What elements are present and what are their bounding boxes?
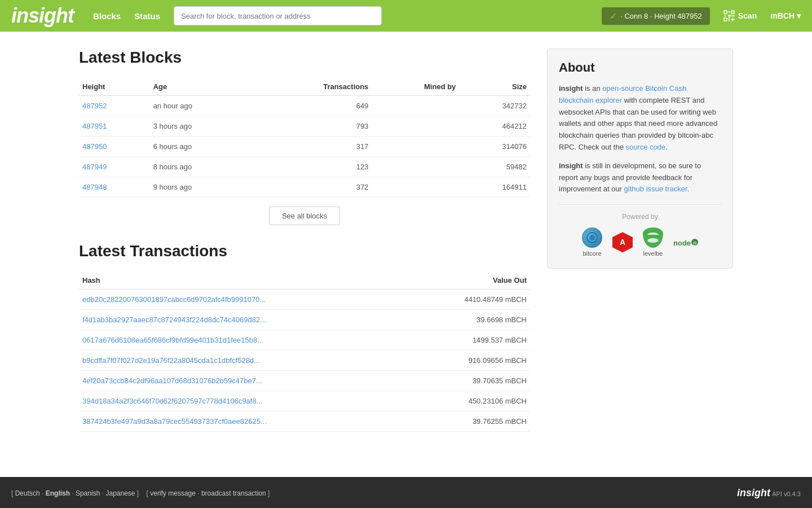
tx-hash-link[interactable]: edb20c282200763001897cabcc6d9702afc4fb99…: [82, 295, 266, 304]
footer-brand: insight: [737, 487, 770, 498]
about-link-source[interactable]: source code: [626, 143, 666, 151]
block-size-cell: 59482: [459, 157, 530, 177]
col-mined-by: Mined by: [372, 78, 459, 96]
content-left: Latest Blocks Height Age Transactions Mi…: [79, 49, 530, 437]
footer-deutsch[interactable]: Deutsch: [15, 489, 40, 497]
block-height-cell: 487951: [79, 116, 150, 137]
tx-hash-cell: f4d1ab3ba2927aaec87c8724943f224d8dc74c40…: [79, 310, 410, 330]
svg-text:js: js: [692, 240, 697, 246]
bitcore-icon: [582, 227, 602, 248]
svg-point-10: [589, 235, 595, 240]
nodejs-svg: node js: [673, 234, 698, 250]
about-title: About: [559, 60, 721, 75]
col-transactions: Transactions: [254, 78, 372, 96]
footer-left: [ Deutsch · English · Spanish · Japanese…: [11, 489, 270, 497]
block-tx-cell: 649: [254, 96, 372, 116]
tx-value-cell: 39.70635 mBCH: [410, 371, 530, 391]
powered-by-logos: bitcore A levelbe: [559, 227, 721, 257]
block-age-cell: 3 hours ago: [150, 116, 254, 137]
block-tx-cell: 317: [254, 137, 372, 157]
footer-broadcast[interactable]: broadcast transaction: [201, 489, 266, 497]
check-icon: ✓: [610, 11, 617, 21]
footer-japanese[interactable]: Japanese: [105, 489, 135, 497]
logo-nodejs: node js: [673, 234, 698, 250]
tx-value-cell: 450.23106 mBCH: [410, 391, 530, 411]
table-row: edb20c282200763001897cabcc6d9702afc4fb99…: [79, 290, 530, 310]
tx-hash-link[interactable]: 4ef20a73ccb84c2df96aa107d68d31076b2b59c4…: [82, 376, 262, 385]
footer-verify[interactable]: verify message: [150, 489, 196, 497]
tx-hash-cell: 394d18a34a2f3c646f70d62f6207597c778d4106…: [79, 391, 410, 411]
block-height-link[interactable]: 487950: [82, 142, 107, 151]
block-mined-cell: [372, 177, 459, 198]
leveldb-svg: [646, 232, 660, 243]
block-height-link[interactable]: 487952: [82, 102, 107, 110]
footer-spanish[interactable]: Spanish: [76, 489, 100, 497]
block-height-link[interactable]: 487948: [82, 183, 107, 191]
tx-hash-link[interactable]: f4d1ab3ba2927aaec87c8724943f224d8dc74c40…: [82, 316, 266, 324]
table-row: 0617a676d6108ea65f686cf9bfd99e401b31d1fe…: [79, 330, 530, 351]
blocks-table: Height Age Transactions Mined by Size 48…: [79, 78, 530, 198]
table-row: 487948 9 hours ago 372 164911: [79, 177, 530, 198]
about-brand-2: insight: [559, 161, 583, 170]
col-size: Size: [459, 78, 530, 96]
block-height-cell: 487948: [79, 177, 150, 198]
footer-english[interactable]: English: [46, 489, 70, 497]
block-mined-cell: [372, 137, 459, 157]
about-text-1: insight is an open-source Bitcoin Cash b…: [559, 83, 721, 154]
block-height-link[interactable]: 487949: [82, 163, 107, 171]
block-height-cell: 487952: [79, 96, 150, 116]
svg-point-13: [647, 238, 659, 243]
tx-hash-link[interactable]: 0617a676d6108ea65f686cf9bfd99e401b31d1fe…: [82, 336, 263, 344]
see-all-blocks-button[interactable]: See all blocks: [269, 207, 340, 225]
powered-by-label: Powered by: [559, 213, 721, 221]
footer-languages: [ Deutsch · English · Spanish · Japanese…: [11, 489, 139, 497]
scan-button[interactable]: Scan: [723, 10, 757, 21]
table-row: 387424b3fe497a9d3a8a79cec554937337cf0aee…: [79, 411, 530, 432]
table-row: 4ef20a73ccb84c2df96aa107d68d31076b2b59c4…: [79, 371, 530, 391]
col-value-out: Value Out: [410, 271, 530, 290]
block-height-cell: 487950: [79, 137, 150, 157]
tx-hash-link[interactable]: 387424b3fe497a9d3a8a79cec554937337cf0aee…: [82, 417, 267, 426]
nav-status[interactable]: Status: [134, 11, 160, 21]
table-row: 487951 3 hours ago 793 464212: [79, 116, 530, 137]
footer-right: insight API v0.4.3: [737, 487, 801, 499]
table-row: 487950 6 hours ago 317 314076: [79, 137, 530, 157]
tx-hash-link[interactable]: b9cdffa7f07f027d2e19a76f22a8045cda1c1dbf…: [82, 356, 260, 365]
angular-icon: A: [612, 232, 633, 252]
search-input[interactable]: [174, 6, 382, 25]
tx-hash-cell: 0617a676d6108ea65f686cf9bfd99e401b31d1fe…: [79, 330, 410, 351]
bitcore-svg: [586, 231, 598, 244]
tx-value-cell: 916.09656 mBCH: [410, 351, 530, 371]
footer-version: API v0.4.3: [772, 491, 801, 497]
leveldb-icon: [643, 227, 663, 248]
table-row: 487952 an hour ago 649 342732: [79, 96, 530, 116]
tx-value-cell: 1499.537 mBCH: [410, 330, 530, 351]
about-link-github[interactable]: github issue tracker: [624, 185, 687, 193]
block-mined-cell: [372, 157, 459, 177]
nav-blocks[interactable]: Blocks: [93, 11, 121, 21]
latest-transactions-title: Latest Transactions: [79, 242, 530, 260]
col-age: Age: [150, 78, 254, 96]
mbch-label: mBCH: [770, 11, 795, 20]
latest-blocks-title: Latest Blocks: [79, 49, 530, 67]
conn-status-badge[interactable]: ✓ · Conn 8 · Height 487952: [602, 7, 710, 25]
logo-angular: A: [612, 232, 633, 252]
conn-status-label: · Conn 8 · Height 487952: [620, 12, 702, 20]
block-tx-cell: 793: [254, 116, 372, 137]
mbch-dropdown[interactable]: mBCH ▾: [770, 11, 801, 20]
table-row: 394d18a34a2f3c646f70d62f6207597c778d4106…: [79, 391, 530, 411]
block-height-cell: 487949: [79, 157, 150, 177]
svg-text:node: node: [673, 239, 691, 247]
see-all-row: See all blocks: [79, 207, 530, 225]
about-brand-1: insight: [559, 84, 583, 93]
col-hash: Hash: [79, 271, 410, 290]
table-row: b9cdffa7f07f027d2e19a76f22a8045cda1c1dbf…: [79, 351, 530, 371]
mbch-chevron-icon: ▾: [797, 11, 801, 20]
block-age-cell: 6 hours ago: [150, 137, 254, 157]
tx-hash-link[interactable]: 394d18a34a2f3c646f70d62f6207597c778d4106…: [82, 397, 263, 405]
block-height-link[interactable]: 487951: [82, 122, 107, 130]
logo-bitcore: bitcore: [582, 227, 602, 257]
col-height: Height: [79, 78, 150, 96]
block-age-cell: 8 hours ago: [150, 157, 254, 177]
scan-label: Scan: [738, 11, 757, 20]
